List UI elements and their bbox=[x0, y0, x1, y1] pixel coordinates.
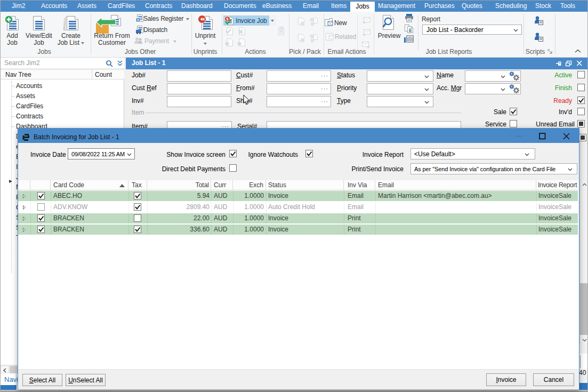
svg-text:$: $ bbox=[227, 17, 229, 21]
